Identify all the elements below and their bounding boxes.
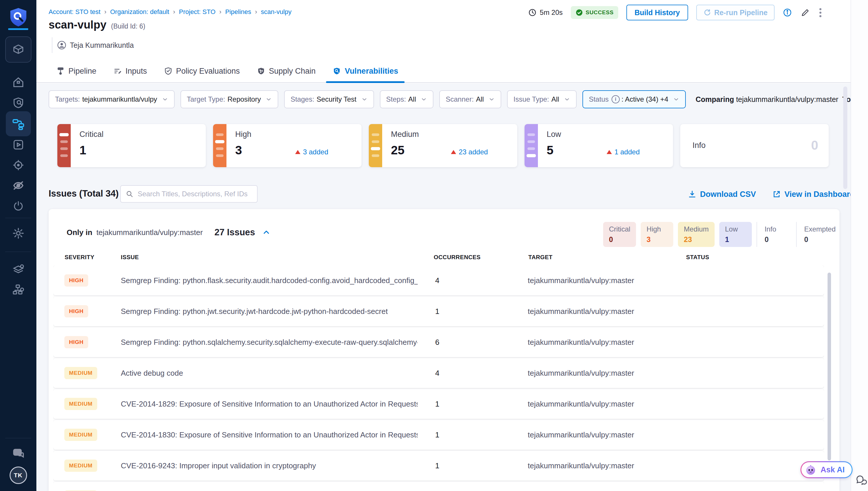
user-avatar[interactable]: TK	[0, 466, 36, 484]
build-history-button[interactable]: Build History	[626, 5, 688, 20]
sidebar-item-exemptions[interactable]	[0, 178, 36, 193]
eye-off-icon	[12, 179, 25, 192]
severity-meter-icon	[525, 124, 538, 167]
severity-chip[interactable]: Info 0	[756, 222, 792, 247]
tab-supply-chain[interactable]: Supply Chain	[250, 60, 322, 82]
pipelines-icon	[6, 111, 31, 136]
inputs-tab-icon	[113, 67, 122, 76]
occurrences-count: 4	[435, 276, 439, 285]
severity-card[interactable]: Low 5 1 added	[525, 124, 673, 167]
executions-icon	[12, 138, 25, 151]
sto-logo-icon[interactable]	[0, 6, 36, 28]
sidebar-divider	[5, 252, 31, 252]
severity-meter-icon	[213, 124, 226, 167]
breadcrumb-link[interactable]: Organization: default	[110, 8, 179, 16]
sidebar-item-targets[interactable]	[0, 157, 36, 173]
check-circle-icon	[576, 9, 583, 16]
download-csv-button[interactable]: Download CSV	[688, 190, 756, 199]
target-icon	[12, 159, 25, 172]
severity-card-label: Medium	[391, 130, 419, 139]
page-header: Account: STO testOrganization: defaultPr…	[36, 0, 850, 84]
ask-ai-button[interactable]: Ask AI	[801, 461, 852, 478]
pipeline-duration: 5m 20s	[528, 8, 563, 17]
collapse-chevron-up-icon[interactable]	[262, 228, 271, 237]
issue-target: tejakummarikuntla/vulpy:master	[528, 461, 634, 470]
sidebar-item-home[interactable]	[0, 75, 36, 90]
severity-chip[interactable]: Critical 0	[603, 222, 636, 247]
issue-row[interactable]: MEDIUM CVE-2016-9243: Improper input val…	[53, 451, 824, 481]
issue-row[interactable]: MEDIUM Active debug code 4 tejakummariku…	[53, 358, 824, 388]
info-card-label: Info	[692, 141, 706, 150]
breadcrumb-link[interactable]: scan-vulpy	[261, 8, 291, 16]
issue-title: Semgrep Finding: python.sqlalchemy.secur…	[121, 338, 418, 347]
sidebar-item-test-targets[interactable]	[0, 95, 36, 111]
severity-card[interactable]: High 3 3 added	[213, 124, 362, 167]
sidebar-item-get-started[interactable]	[0, 198, 36, 214]
sidebar-item-project-settings[interactable]	[0, 225, 36, 241]
sidebar-item-pipelines[interactable]	[0, 111, 36, 136]
issue-row[interactable]: HIGH Semgrep Finding: python.sqlalchemy.…	[53, 327, 824, 357]
feedback-chat-button[interactable]	[855, 474, 867, 488]
severity-card[interactable]: Medium 25 23 added	[369, 124, 517, 167]
sidebar-item-default-settings[interactable]	[0, 261, 36, 277]
more-options-button[interactable]	[818, 7, 823, 18]
issue-row[interactable]: HIGH Semgrep Finding: python.flask.secur…	[53, 266, 824, 295]
filter-dropdown[interactable]: Issue Type: i All	[507, 90, 577, 108]
pipeline-tab-icon	[56, 67, 65, 76]
home-icon	[12, 76, 25, 89]
issue-target: tejakummarikuntla/vulpy:master	[528, 338, 634, 347]
issue-row[interactable]: MEDIUM CVE-2014-1830: Exposure of Sensit…	[53, 420, 824, 450]
edit-pipeline-button[interactable]	[800, 7, 810, 18]
table-scrollbar-thumb[interactable]	[828, 272, 831, 460]
issue-row[interactable]: HIGH Semgrep Finding: python.jwt.securit…	[53, 296, 824, 326]
author-name: Teja Kummarikuntla	[70, 41, 134, 50]
severity-chip[interactable]: Low 1	[719, 222, 752, 247]
breadcrumb-link[interactable]: Project: STO	[179, 8, 225, 16]
filter-dropdown[interactable]: Scanner: i All	[439, 90, 501, 108]
filter-dropdown[interactable]: Status i : Active (34) +4	[583, 90, 686, 108]
issue-row[interactable]: MEDIUM CVE-2014-1829: Exposure of Sensit…	[53, 389, 824, 419]
help-chat-icon: ?	[11, 446, 25, 460]
tab-inputs[interactable]: Inputs	[107, 60, 153, 82]
breadcrumb-link[interactable]: Account: STO test	[49, 8, 110, 16]
triangle-up-icon	[451, 150, 456, 154]
tab-vulnerabilities[interactable]: Vulnerabilities	[326, 60, 405, 82]
search-input[interactable]	[137, 190, 257, 198]
issue-title: CVE-2014-1829: Exposure of Sensitive Inf…	[121, 400, 418, 409]
sidebar-item-governance[interactable]	[0, 282, 36, 298]
info-button[interactable]	[783, 8, 792, 17]
severity-card-count: 25	[391, 143, 405, 157]
severity-card[interactable]: Critical 1	[57, 124, 206, 167]
chat-bubbles-icon	[855, 474, 867, 486]
sidebar-item-executions[interactable]	[0, 137, 36, 153]
avatar-initials: TK	[10, 466, 27, 484]
severity-chip[interactable]: Medium 23	[678, 222, 714, 247]
chevron-down-icon	[361, 96, 368, 103]
triangle-up-icon	[295, 150, 300, 154]
filter-dropdown[interactable]: Stages: i Security Test	[284, 90, 374, 108]
severity-card-count: 1	[80, 143, 86, 157]
rerun-pipeline-button[interactable]: Re-run Pipeline	[696, 5, 775, 20]
col-issue: ISSUE	[121, 254, 139, 261]
issues-table-header: SEVERITY ISSUE OCCURRENCES TARGET STATUS	[49, 254, 839, 263]
supply-chain-shield-icon	[257, 67, 266, 76]
module-selector[interactable]	[0, 37, 36, 62]
sidebar: ? TK	[0, 0, 36, 491]
sidebar-item-help[interactable]: ?	[0, 445, 36, 461]
breadcrumb-link[interactable]: Pipelines	[225, 8, 261, 16]
severity-chip[interactable]: Exempted 0	[796, 222, 841, 247]
author-row: Teja Kummarikuntla	[52, 37, 134, 53]
filter-dropdown[interactable]: Targets: i tejakummarikuntla/vulpy	[49, 90, 175, 108]
issue-row[interactable]: MEDIUM	[53, 482, 824, 491]
severity-chip[interactable]: High 3	[641, 222, 673, 247]
tab-policy-evaluations[interactable]: Policy Evaluations	[157, 60, 246, 82]
content-scrollbar-thumb[interactable]	[843, 86, 847, 189]
filter-dropdown[interactable]: Target Type: i Repository	[181, 90, 278, 108]
filter-dropdown[interactable]: Steps: i All	[380, 90, 434, 108]
issue-target: tejakummarikuntla/vulpy:master	[528, 400, 634, 409]
issues-search[interactable]	[120, 185, 258, 203]
org-gear-icon	[12, 283, 25, 296]
info-card[interactable]: Info 0	[680, 124, 829, 167]
tab-pipeline[interactable]: Pipeline	[50, 60, 103, 82]
view-in-dashboard-button[interactable]: View in Dashboard	[772, 190, 850, 199]
